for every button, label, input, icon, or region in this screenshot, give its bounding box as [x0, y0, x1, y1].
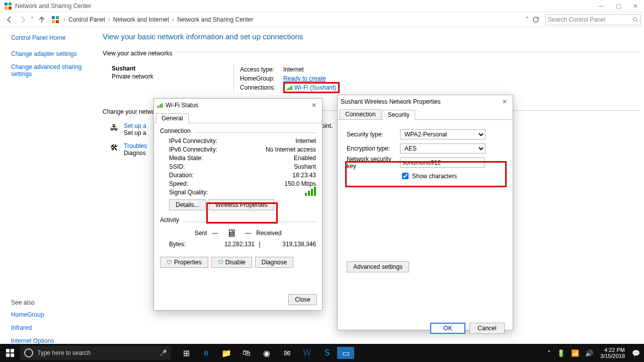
button-ok[interactable]: OK: [430, 323, 465, 334]
tab-connection[interactable]: Connection: [340, 109, 381, 119]
value-bytes-sent: 12,282,131: [209, 241, 255, 248]
sidebar: Control Panel Home Change adapter settin…: [0, 27, 96, 344]
divider: [177, 52, 639, 52]
link-internet-options[interactable]: Internet Options: [11, 337, 91, 344]
select-encryption-type[interactable]: AES: [400, 143, 486, 154]
crumb-network-sharing[interactable]: Network and Sharing Center: [175, 16, 255, 23]
link-infrared[interactable]: Infrared: [11, 324, 91, 331]
link-cp-home[interactable]: Control Panel Home: [11, 34, 91, 41]
svg-rect-10: [6, 349, 10, 352]
label-duration: Duration:: [169, 172, 292, 179]
taskbar-chrome-icon[interactable]: ◉: [257, 344, 277, 362]
button-details[interactable]: Details...: [169, 199, 206, 210]
search-icon: [632, 17, 638, 23]
svg-rect-11: [11, 349, 14, 352]
mic-icon[interactable]: 🎤: [159, 349, 167, 356]
nav-forward-button[interactable]: [17, 14, 28, 25]
nav-history-dropdown[interactable]: ˅: [29, 16, 35, 23]
refresh-button[interactable]: [530, 14, 541, 25]
maximize-button[interactable]: ▢: [610, 0, 627, 12]
label-bytes: Bytes:: [169, 241, 209, 248]
tray-battery-icon[interactable]: 🔋: [555, 344, 567, 362]
tab-security[interactable]: Security: [382, 110, 415, 120]
wifi-signal-icon: [157, 103, 163, 108]
see-also-header: See also: [11, 299, 91, 306]
crumb-control-panel[interactable]: Control Panel: [66, 16, 107, 23]
label-network-key: Network security key: [347, 156, 397, 170]
value-duration: 18:23:43: [292, 172, 316, 179]
link-troubleshoot[interactable]: Troubles: [124, 142, 147, 150]
label-encryption-type: Encryption type:: [347, 145, 397, 152]
wireless-properties-dialog: Sushant Wireless Network Properties ✕ Co…: [337, 95, 513, 330]
start-button[interactable]: [0, 344, 20, 362]
taskbar-mail-icon[interactable]: ✉: [277, 344, 297, 362]
taskbar-word-icon[interactable]: W: [297, 344, 317, 362]
control-panel-icon: [4, 2, 12, 10]
network-type: Private network: [112, 73, 233, 80]
link-wifi-connection[interactable]: Wi-Fi (Sushant): [283, 82, 340, 93]
value-bytes-recv: 319,138,346: [265, 241, 316, 248]
divider: —: [245, 230, 251, 237]
link-setup-connection[interactable]: Set up a: [124, 122, 146, 129]
setup-connection-icon: 🖧: [109, 122, 120, 133]
button-disable[interactable]: Disable: [211, 257, 252, 268]
taskbar-clock[interactable]: 4:22 PM 3/15/2018: [597, 347, 628, 359]
taskbar-search-input[interactable]: Type here to search 🎤: [20, 346, 171, 360]
link-change-adapter[interactable]: Change adapter settings: [11, 50, 91, 57]
wifi-signal-icon: [287, 85, 292, 90]
wireless-properties-close-icon[interactable]: ✕: [500, 97, 510, 107]
button-close[interactable]: Close: [288, 294, 317, 305]
label-sent: Sent: [195, 230, 207, 237]
nav-back-button[interactable]: [4, 14, 15, 25]
tray-volume-icon[interactable]: 🔊: [583, 344, 595, 362]
close-button[interactable]: ✕: [627, 0, 644, 12]
tray-notifications-icon[interactable]: 💬: [630, 344, 642, 362]
select-security-type[interactable]: WPA2-Personal: [400, 129, 486, 139]
button-cancel[interactable]: Cancel: [469, 323, 505, 334]
minimize-button[interactable]: —: [593, 0, 610, 12]
checkbox-show-characters[interactable]: [402, 173, 409, 179]
active-networks-header: View your active networks: [103, 50, 173, 57]
value-access-type: Internet: [283, 66, 304, 73]
divider: |: [255, 241, 265, 248]
link-change-advanced-sharing[interactable]: Change advanced sharing settings: [11, 63, 91, 78]
link-homegroup-ready[interactable]: Ready to create: [283, 75, 326, 82]
divider: [195, 132, 316, 133]
tray-wifi-icon[interactable]: 📶: [569, 344, 581, 362]
wifi-status-close-icon[interactable]: ✕: [309, 100, 319, 110]
navbar: ˅ › Control Panel › Network and Internet…: [0, 12, 644, 27]
input-network-key[interactable]: [400, 158, 485, 168]
address-dropdown[interactable]: ˅: [524, 16, 530, 23]
label-ssid: SSID:: [169, 163, 294, 170]
window-titlebar: Network and Sharing Center — ▢ ✕: [0, 0, 644, 12]
link-homegroup[interactable]: HomeGroup: [11, 311, 91, 318]
svg-rect-0: [5, 3, 8, 6]
button-advanced-settings[interactable]: Advanced settings: [347, 261, 409, 272]
svg-rect-12: [6, 353, 10, 357]
taskbar-app-icon[interactable]: ▭: [337, 347, 354, 359]
label-homegroup: HomeGroup:: [240, 75, 283, 82]
crumb-network-internet[interactable]: Network and Internet: [111, 16, 171, 23]
label-connections: Connections:: [240, 84, 283, 91]
label-media-state: Media State:: [169, 155, 294, 162]
tab-general[interactable]: General: [156, 113, 189, 123]
svg-rect-1: [9, 3, 12, 6]
tray-chevron-up-icon[interactable]: ˄: [545, 344, 553, 362]
taskview-button[interactable]: ⊞: [176, 344, 196, 362]
button-diagnose[interactable]: Diagnose: [255, 257, 294, 268]
nav-up-button[interactable]: [36, 14, 47, 25]
label-signal-quality: Signal Quality:: [169, 189, 305, 196]
taskbar-store-icon[interactable]: 🛍: [236, 344, 257, 362]
taskbar-skype-icon[interactable]: S: [317, 344, 337, 362]
taskbar-edge-icon[interactable]: e: [196, 344, 216, 362]
breadcrumb-sep: ›: [62, 16, 66, 23]
search-control-panel-input[interactable]: Search Control Panel: [545, 14, 641, 25]
button-wireless-properties[interactable]: Wireless Properties: [209, 199, 274, 210]
clock-time: 4:22 PM: [600, 347, 625, 353]
label-show-characters: Show characters: [412, 173, 457, 180]
path-root-icon[interactable]: [51, 16, 59, 24]
svg-rect-7: [56, 20, 59, 23]
button-properties[interactable]: Properties: [160, 257, 208, 268]
signal-bars-icon: [305, 187, 316, 196]
taskbar-explorer-icon[interactable]: 📁: [216, 344, 236, 362]
